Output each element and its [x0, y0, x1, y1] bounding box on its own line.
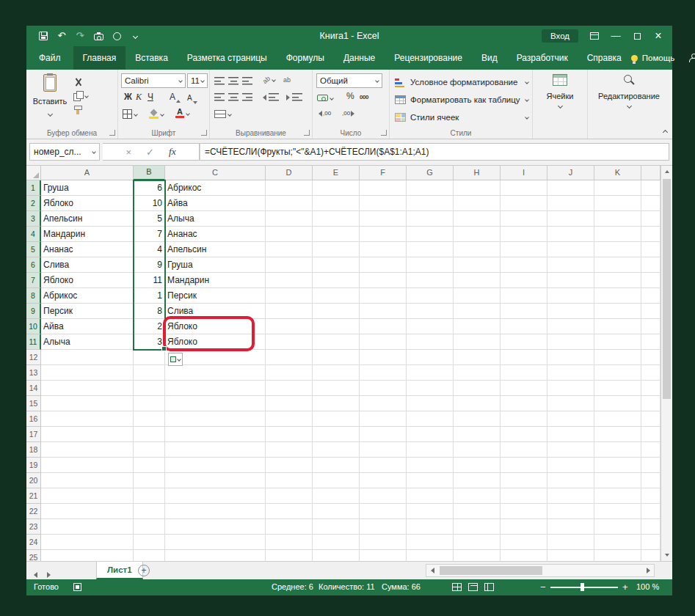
format-painter-button[interactable]: [73, 104, 83, 117]
cell-K3[interactable]: [594, 211, 641, 227]
cell-H23[interactable]: [454, 519, 501, 535]
cell-B19[interactable]: [134, 458, 165, 473]
cell-I9[interactable]: [501, 304, 547, 319]
column-header-A[interactable]: A: [41, 166, 134, 180]
cell-B1[interactable]: 6: [134, 180, 165, 196]
cell-J12[interactable]: [547, 350, 594, 365]
cell-A22[interactable]: [41, 504, 134, 519]
cell-E8[interactable]: [313, 288, 360, 304]
cell-E5[interactable]: [313, 242, 360, 257]
ribbon-display-options-button[interactable]: [589, 32, 600, 40]
enter-button[interactable]: ✓: [146, 147, 154, 158]
cell-J8[interactable]: [547, 288, 594, 304]
horizontal-scroll-thumb[interactable]: [440, 566, 542, 575]
cell-F3[interactable]: [360, 211, 407, 227]
cell-C8[interactable]: Персик: [165, 288, 266, 304]
cell-C18[interactable]: [165, 442, 266, 458]
cell-A11[interactable]: Алыча: [41, 334, 134, 350]
cell-G13[interactable]: [407, 365, 454, 381]
cell-A20[interactable]: [41, 473, 134, 488]
cell-K19[interactable]: [594, 458, 641, 473]
cell-K21[interactable]: [594, 488, 641, 504]
cell-C4[interactable]: Ананас: [165, 227, 266, 242]
cell-F21[interactable]: [360, 488, 407, 504]
cell-F2[interactable]: [360, 196, 407, 211]
cell-A5[interactable]: Ананас: [41, 242, 134, 257]
cell-H8[interactable]: [454, 288, 501, 304]
cell-H22[interactable]: [454, 504, 501, 519]
cell-C1[interactable]: Абрикос: [165, 180, 266, 196]
cell-H10[interactable]: [454, 319, 501, 334]
cell-K16[interactable]: [594, 411, 641, 427]
row-header-18[interactable]: 18: [26, 442, 41, 458]
bold-button[interactable]: Ж: [124, 91, 132, 103]
cell-C22[interactable]: [165, 504, 266, 519]
cell-F14[interactable]: [360, 381, 407, 396]
cell-C9[interactable]: Слива: [165, 304, 266, 319]
zoom-in-button[interactable]: +: [622, 582, 628, 593]
save-button[interactable]: [38, 32, 48, 40]
cell-H19[interactable]: [454, 458, 501, 473]
cell-F1[interactable]: [360, 180, 407, 196]
cell-K23[interactable]: [594, 519, 641, 535]
cell-D3[interactable]: [266, 211, 313, 227]
cell-F10[interactable]: [360, 319, 407, 334]
cell-G5[interactable]: [407, 242, 454, 257]
cell-I25[interactable]: [501, 550, 547, 561]
cell-J23[interactable]: [547, 519, 594, 535]
cell-K13[interactable]: [594, 365, 641, 381]
zoom-slider-thumb[interactable]: [581, 583, 584, 591]
ribbon-tab-вставка[interactable]: Вставка: [125, 46, 178, 70]
cell-I10[interactable]: [501, 319, 547, 334]
select-all-corner[interactable]: [26, 166, 41, 180]
cell-J7[interactable]: [547, 273, 594, 288]
zoom-slider-track[interactable]: [550, 587, 618, 588]
row-header-10[interactable]: 10: [26, 319, 41, 334]
cell-E7[interactable]: [313, 273, 360, 288]
cell-H14[interactable]: [454, 381, 501, 396]
cell-E21[interactable]: [313, 488, 360, 504]
column-header-E[interactable]: E: [313, 166, 360, 180]
cell-C10[interactable]: Яблоко: [165, 319, 266, 334]
column-header-C[interactable]: C: [165, 166, 266, 180]
ribbon-tab-рецензирование[interactable]: Рецензирование: [385, 46, 472, 70]
cell-C24[interactable]: [165, 535, 266, 550]
cell-A15[interactable]: [41, 396, 134, 411]
cell-styles-button[interactable]: Стили ячеек: [395, 111, 528, 124]
column-header-G[interactable]: G: [407, 166, 454, 180]
cell-E6[interactable]: [313, 257, 360, 273]
cell-J9[interactable]: [547, 304, 594, 319]
cell-I15[interactable]: [501, 396, 547, 411]
cell-H24[interactable]: [454, 535, 501, 550]
cell-G18[interactable]: [407, 442, 454, 458]
cell-H6[interactable]: [454, 257, 501, 273]
cell-F13[interactable]: [360, 365, 407, 381]
paste-button[interactable]: Вставить: [32, 73, 68, 125]
row-header-15[interactable]: 15: [26, 396, 41, 411]
cell-J16[interactable]: [547, 411, 594, 427]
cell-C16[interactable]: [165, 411, 266, 427]
row-header-11[interactable]: 11: [26, 334, 41, 350]
cell-E11[interactable]: [313, 334, 360, 350]
cell-D7[interactable]: [266, 273, 313, 288]
cell-H18[interactable]: [454, 442, 501, 458]
macro-record-icon[interactable]: [73, 583, 81, 591]
cell-F24[interactable]: [360, 535, 407, 550]
cell-J14[interactable]: [547, 381, 594, 396]
cell-K24[interactable]: [594, 535, 641, 550]
maximize-button[interactable]: [632, 33, 642, 40]
cell-E10[interactable]: [313, 319, 360, 334]
ribbon-tab-справка[interactable]: Справка: [578, 46, 631, 70]
cell-D6[interactable]: [266, 257, 313, 273]
formula-input[interactable]: =СЧЁТЕСЛИ(Фрукты;"<"&A1)+СЧЁТЕСЛИ($A$1:A…: [200, 143, 669, 161]
row-header-6[interactable]: 6: [26, 257, 41, 273]
clipboard-dialog-launcher-icon[interactable]: [109, 130, 115, 136]
cell-B11[interactable]: 3: [134, 334, 165, 350]
cell-D14[interactable]: [266, 381, 313, 396]
alignment-dialog-launcher-icon[interactable]: [304, 130, 310, 136]
row-header-14[interactable]: 14: [26, 381, 41, 396]
undo-button[interactable]: ↶: [57, 31, 67, 41]
ribbon-tab-данные[interactable]: Данные: [334, 46, 385, 70]
new-sheet-button[interactable]: +: [138, 565, 150, 576]
cell-K4[interactable]: [594, 227, 641, 242]
